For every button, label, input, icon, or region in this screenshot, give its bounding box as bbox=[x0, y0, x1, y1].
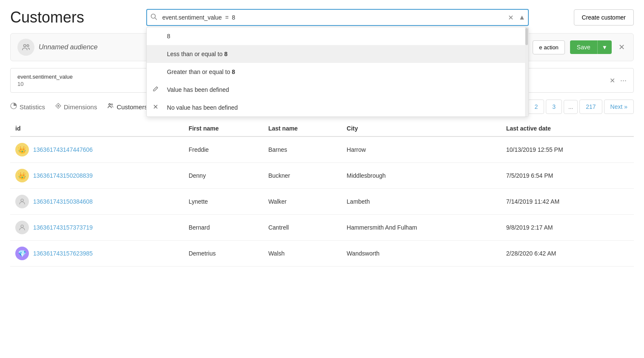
cell-last-name: Barnes bbox=[263, 136, 341, 163]
dropdown-item-gte-text: Greater than or equal to 8 bbox=[167, 68, 235, 75]
bottom-section: Statistics Dimensions bbox=[0, 99, 644, 267]
tab-dimensions-label: Dimensions bbox=[64, 103, 97, 111]
svg-point-14 bbox=[21, 225, 23, 227]
cell-id: 💎 136361743157623985 bbox=[10, 241, 184, 267]
col-city: City bbox=[342, 121, 501, 136]
svg-line-1 bbox=[155, 18, 156, 20]
customer-table: id First name Last name City Last active… bbox=[10, 121, 634, 267]
filter-name: event.sentiment_value bbox=[17, 74, 73, 80]
tab-statistics-label: Statistics bbox=[20, 103, 45, 111]
svg-point-11 bbox=[109, 104, 111, 105]
dropdown-item-gte[interactable]: Greater than or equal to 8 bbox=[147, 63, 528, 81]
cell-last-active: 7/14/2019 11:42 AM bbox=[501, 189, 634, 215]
save-dropdown-button[interactable]: ▼ bbox=[597, 40, 612, 54]
users-icon bbox=[107, 102, 114, 111]
customer-id-link[interactable]: 136361743150208839 bbox=[33, 172, 93, 179]
table-header: id First name Last name City Last active… bbox=[10, 121, 634, 136]
cell-id: 136361743150384608 bbox=[10, 189, 184, 215]
table-row: 💎 136361743157623985 Demetrius Walsh Wan… bbox=[10, 241, 634, 267]
cell-city: Wandsworth bbox=[342, 241, 501, 267]
filter-value: 10 bbox=[17, 81, 73, 87]
avatar: 💎 bbox=[15, 247, 29, 260]
filter-close-button[interactable]: ✕ bbox=[610, 77, 615, 85]
search-clear-icon[interactable]: ✕ bbox=[508, 14, 513, 22]
avatar: 👑 bbox=[15, 143, 29, 156]
dropdown-scrollbar[interactable] bbox=[525, 27, 528, 116]
pencil-icon bbox=[153, 86, 159, 94]
customer-id-link[interactable]: 136361743150384608 bbox=[33, 198, 93, 205]
scrollbar-thumb bbox=[525, 28, 528, 45]
cell-city: Lambeth bbox=[342, 189, 501, 215]
cell-first-name: Bernard bbox=[184, 215, 263, 241]
search-input[interactable] bbox=[146, 9, 529, 26]
page-3-button[interactable]: 3 bbox=[546, 99, 562, 114]
chart-icon bbox=[10, 102, 17, 111]
svg-point-5 bbox=[27, 45, 29, 47]
cell-first-name: Freddie bbox=[184, 136, 263, 163]
cell-city: Harrow bbox=[342, 136, 501, 163]
search-bar-wrapper: ✕ ▲ 8 Less than or equal to 8 Greater th… bbox=[146, 9, 529, 26]
cell-last-active: 7/5/2019 6:54 PM bbox=[501, 163, 634, 189]
page-217-button[interactable]: 217 bbox=[579, 99, 602, 114]
cell-id: 👑 136361743147447606 bbox=[10, 136, 184, 163]
page-container: Customers ✕ ▲ 8 Less than or equal to bbox=[0, 0, 644, 358]
col-last-active-date: Last active date bbox=[501, 121, 634, 136]
customer-id-link[interactable]: 136361743157623985 bbox=[33, 250, 93, 257]
save-button[interactable]: Save bbox=[570, 40, 597, 54]
times-icon bbox=[153, 104, 159, 111]
dropdown-item-lte[interactable]: Less than or equal to 8 bbox=[147, 45, 528, 63]
search-toggle-icon[interactable]: ▲ bbox=[519, 14, 525, 21]
cell-city: Middlesbrough bbox=[342, 163, 501, 189]
cell-last-active: 9/8/2019 2:17 AM bbox=[501, 215, 634, 241]
dropdown-item-exact-text: 8 bbox=[167, 33, 170, 40]
col-first-name: First name bbox=[184, 121, 263, 136]
avatar bbox=[15, 195, 29, 208]
page-dots[interactable]: ... bbox=[564, 100, 578, 114]
cell-last-active: 2/28/2020 6:42 AM bbox=[501, 241, 634, 267]
cell-id: 👑 136361743150208839 bbox=[10, 163, 184, 189]
customer-id-link[interactable]: 136361743147447606 bbox=[33, 146, 93, 153]
cell-first-name: Denny bbox=[184, 163, 263, 189]
cell-last-name: Walsh bbox=[263, 241, 341, 267]
cell-id: 136361743157373719 bbox=[10, 215, 184, 241]
table-body: 👑 136361743147447606 Freddie Barnes Harr… bbox=[10, 136, 634, 267]
svg-point-13 bbox=[21, 199, 23, 202]
dropdown-item-defined-text: Value has been defined bbox=[167, 86, 229, 93]
cell-last-active: 10/13/2019 12:55 PM bbox=[501, 136, 634, 163]
diamond-icon bbox=[55, 103, 61, 111]
page-2-button[interactable]: 2 bbox=[528, 99, 544, 114]
col-id: id bbox=[10, 121, 184, 136]
tab-statistics[interactable]: Statistics bbox=[10, 100, 45, 114]
filter-more-button[interactable]: ··· bbox=[620, 76, 627, 85]
cell-last-name: Walker bbox=[263, 189, 341, 215]
col-last-name: Last name bbox=[263, 121, 341, 136]
create-customer-button[interactable]: Create customer bbox=[574, 9, 634, 26]
dropdown-item-lte-text: Less than or equal to 8 bbox=[167, 51, 227, 57]
audience-name: Unnamed audience bbox=[39, 43, 98, 51]
customer-id-link[interactable]: 136361743157373719 bbox=[33, 224, 93, 231]
table-row: 👑 136361743147447606 Freddie Barnes Harr… bbox=[10, 136, 634, 163]
save-button-group: Save ▼ bbox=[570, 40, 612, 54]
audience-left: Unnamed audience bbox=[17, 39, 98, 56]
dropdown-item-not-defined-text: No value has been defined bbox=[167, 104, 238, 111]
next-page-button[interactable]: Next » bbox=[604, 99, 634, 114]
header: Customers ✕ ▲ 8 Less than or equal to bbox=[0, 0, 644, 33]
cell-last-name: Cantrell bbox=[263, 215, 341, 241]
dropdown-item-defined[interactable]: Value has been defined bbox=[147, 81, 528, 99]
search-dropdown: 8 Less than or equal to 8 Greater than o… bbox=[146, 27, 529, 117]
page-title: Customers bbox=[10, 9, 84, 26]
svg-point-4 bbox=[24, 45, 26, 47]
avatar: 👑 bbox=[15, 169, 29, 182]
cell-last-name: Buckner bbox=[263, 163, 341, 189]
dropdown-list: 8 Less than or equal to 8 Greater than o… bbox=[147, 27, 528, 116]
cell-first-name: Lynette bbox=[184, 189, 263, 215]
dropdown-item-exact[interactable]: 8 bbox=[147, 27, 528, 45]
dropdown-item-not-defined[interactable]: No value has been defined bbox=[147, 99, 528, 116]
close-audience-button[interactable]: ✕ bbox=[617, 41, 627, 54]
tab-dimensions[interactable]: Dimensions bbox=[55, 100, 97, 113]
action-button[interactable]: e action bbox=[533, 40, 565, 54]
svg-point-12 bbox=[111, 104, 113, 105]
header-right: Create customer bbox=[574, 9, 634, 26]
svg-point-10 bbox=[57, 105, 59, 107]
filter-left: event.sentiment_value 10 bbox=[17, 74, 73, 87]
